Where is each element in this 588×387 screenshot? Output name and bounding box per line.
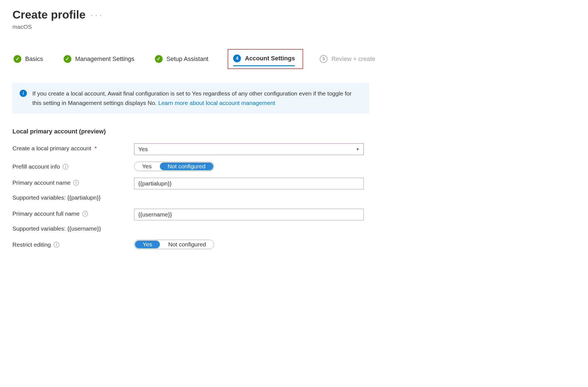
check-icon: ✓: [155, 55, 163, 63]
step-review-create: 5 Review + create: [319, 53, 379, 65]
toggle-option-not-configured[interactable]: Not configured: [160, 162, 213, 170]
row-prefill: Prefill account info i Yes Not configure…: [12, 162, 576, 171]
label-primary-full: Primary account full name i: [12, 209, 134, 217]
input-primary-name[interactable]: {{partialupn}}: [134, 178, 364, 189]
info-hint-icon[interactable]: i: [82, 211, 88, 216]
input-primary-full[interactable]: {{username}}: [134, 209, 364, 220]
required-marker: *: [95, 145, 97, 152]
select-create-local[interactable]: Yes ▼: [134, 143, 364, 155]
step-label: Setup Assistant: [166, 55, 209, 63]
label-text: Primary account full name: [12, 210, 80, 217]
supported-primary-name: Supported variables: {{partialupn}}: [12, 194, 576, 201]
row-primary-name: Primary account name i {{partialupn}}: [12, 178, 576, 189]
chevron-down-icon: ▼: [356, 147, 360, 151]
toggle-option-yes[interactable]: Yes: [135, 241, 160, 248]
step-label: Basics: [25, 55, 43, 63]
toggle-prefill[interactable]: Yes Not configured: [134, 162, 214, 171]
step-label: Account Settings: [245, 55, 295, 62]
supported-primary-full: Supported variables: {{username}}: [12, 225, 576, 232]
step-setup-assistant[interactable]: ✓ Setup Assistant: [154, 53, 212, 65]
row-primary-full: Primary account full name i {{username}}: [12, 209, 576, 220]
label-create-local: Create a local primary account*: [12, 143, 134, 152]
info-banner: i If you create a local account, Await f…: [12, 83, 369, 113]
info-icon: i: [20, 90, 27, 97]
info-hint-icon[interactable]: i: [54, 242, 59, 247]
check-icon: ✓: [64, 55, 71, 63]
toggle-option-yes[interactable]: Yes: [134, 162, 159, 171]
label-restrict: Restrict editing i: [12, 240, 134, 248]
select-value: Yes: [138, 146, 148, 153]
row-create-local: Create a local primary account* Yes ▼: [12, 143, 576, 155]
label-text: Create a local primary account: [12, 145, 91, 152]
row-restrict: Restrict editing i Yes Not configured: [12, 240, 576, 249]
step-label: Review + create: [331, 55, 375, 63]
info-content: If you create a local account, Await fin…: [32, 89, 362, 107]
label-primary-name: Primary account name i: [12, 178, 134, 186]
step-management-settings[interactable]: ✓ Management Settings: [63, 53, 138, 65]
info-hint-icon[interactable]: i: [73, 180, 79, 185]
stepper: ✓ Basics ✓ Management Settings ✓ Setup A…: [12, 49, 576, 69]
info-link[interactable]: Learn more about local account managemen…: [158, 100, 275, 106]
step-basics[interactable]: ✓ Basics: [12, 53, 47, 65]
label-text: Primary account name: [12, 179, 71, 186]
step-number-icon: 4: [233, 55, 241, 62]
title-row: Create profile · · ·: [12, 8, 576, 21]
more-icon[interactable]: · · ·: [91, 12, 102, 18]
toggle-option-not-configured[interactable]: Not configured: [160, 240, 214, 249]
info-hint-icon[interactable]: i: [63, 164, 68, 169]
step-number-icon: 5: [320, 55, 327, 63]
section-heading: Local primary account (preview): [12, 128, 576, 135]
step-account-settings[interactable]: 4 Account Settings: [228, 49, 303, 69]
page-title: Create profile: [12, 8, 85, 21]
page-subtitle: macOS: [12, 24, 576, 30]
step-label: Management Settings: [75, 55, 134, 63]
toggle-restrict[interactable]: Yes Not configured: [134, 240, 214, 249]
page-root: Create profile · · · macOS ✓ Basics ✓ Ma…: [0, 0, 588, 264]
label-text: Prefill account info: [12, 163, 60, 170]
label-text: Restrict editing: [12, 241, 51, 248]
check-icon: ✓: [14, 55, 21, 63]
label-prefill: Prefill account info i: [12, 162, 134, 170]
